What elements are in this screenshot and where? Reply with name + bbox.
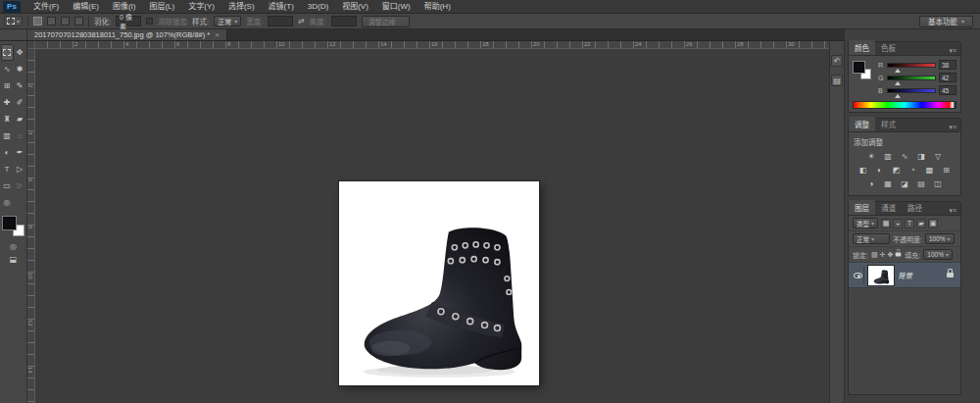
curves-icon[interactable]: ∿ [898, 150, 911, 162]
channel-value[interactable]: 42 [939, 73, 956, 82]
swap-dimensions-icon[interactable]: ⇄ [298, 17, 304, 25]
channel-mixer-icon[interactable]: ▩ [923, 164, 937, 176]
screen-mode-icon[interactable]: ⬓ [10, 255, 18, 264]
channel-slider[interactable] [887, 88, 936, 93]
hue-saturation-icon[interactable]: ◧ [857, 164, 870, 176]
eraser-tool[interactable]: ▰ [14, 111, 26, 127]
menu-item-window[interactable]: 窗口(W) [375, 0, 417, 14]
black-white-icon[interactable]: ◩ [890, 164, 904, 176]
layer-row-background[interactable]: 背景 [849, 263, 960, 288]
antialias-checkbox[interactable] [146, 18, 153, 25]
brightness-contrast-icon[interactable]: ☀ [864, 150, 878, 162]
tab-adjustments[interactable]: 调整 [849, 117, 875, 131]
channel-slider[interactable] [887, 76, 936, 80]
dodge-tool[interactable]: ◐ [1, 144, 14, 161]
slider-thumb-icon[interactable] [895, 69, 901, 73]
color-lookup-icon[interactable]: ⊞ [940, 164, 954, 176]
shape-filter-icon[interactable]: ▰ [916, 219, 926, 228]
feather-input[interactable]: 0 像素 [116, 16, 141, 26]
selection-new-button[interactable] [33, 17, 42, 25]
properties-panel-icon[interactable]: ▤ [831, 75, 843, 86]
lock-pixels-icon[interactable]: ✛ [880, 251, 886, 259]
slider-thumb-icon[interactable] [895, 94, 901, 98]
adjustment-filter-icon[interactable]: ◒ [893, 219, 903, 228]
opacity-dropdown[interactable]: 100%▾ [925, 233, 955, 244]
brush-tool[interactable]: ✐ [14, 94, 26, 111]
menu-item-select[interactable]: 选择(S) [221, 0, 262, 14]
rectangular-marquee-tool[interactable] [1, 44, 14, 61]
spot-healing-brush-tool[interactable]: ✚ [1, 94, 14, 111]
fill-dropdown[interactable]: 100%▾ [923, 249, 953, 260]
history-panel-icon[interactable]: ↶ [831, 55, 843, 67]
menu-item-type[interactable]: 文字(Y) [181, 0, 221, 14]
selection-add-button[interactable] [47, 17, 56, 25]
posterize-icon[interactable]: ▦ [881, 177, 895, 189]
threshold-icon[interactable]: ◪ [898, 177, 911, 189]
layer-thumbnail[interactable] [868, 266, 894, 285]
photo-filter-icon[interactable]: ◔ [906, 164, 920, 176]
lock-position-icon[interactable]: ✥ [887, 251, 893, 259]
levels-icon[interactable]: ▥ [881, 150, 895, 162]
blur-tool[interactable]: ◌ [14, 127, 26, 144]
refine-edge-button[interactable]: 调整边缘… [362, 16, 410, 27]
menu-item-file[interactable]: 文件(F) [26, 0, 66, 14]
color-spectrum-ramp[interactable] [853, 101, 956, 109]
color-balance-icon[interactable]: ◐ [873, 164, 887, 176]
smart-object-filter-icon[interactable]: ▣ [928, 219, 938, 228]
gradient-map-icon[interactable]: ▤ [914, 177, 928, 189]
gradient-tool[interactable]: ▥ [1, 127, 14, 144]
zoom-tool[interactable]: ◎ [1, 194, 14, 211]
visibility-toggle[interactable] [853, 267, 864, 284]
tab-swatches[interactable]: 色板 [875, 40, 902, 55]
magic-wand-tool[interactable]: ✱ [14, 61, 26, 77]
menu-item-layer[interactable]: 图层(L) [142, 0, 181, 14]
lock-transparent-icon[interactable]: ▨ [871, 251, 878, 259]
tab-color[interactable]: 颜色 [849, 40, 875, 55]
menu-item-3d[interactable]: 3D(D) [301, 0, 335, 14]
style-dropdown[interactable]: 正常▾ [214, 16, 241, 26]
selection-intersect-button[interactable] [74, 17, 83, 25]
channel-value[interactable]: 45 [939, 85, 956, 95]
lock-all-icon[interactable] [896, 253, 902, 257]
tab-channels[interactable]: 通道 [875, 200, 902, 215]
lasso-tool[interactable]: ∿ [1, 61, 14, 77]
foreground-color-swatch[interactable] [854, 62, 864, 73]
workspace-switcher-button[interactable]: 基本功能▾ [919, 16, 973, 27]
tab-styles[interactable]: 样式 [875, 117, 902, 131]
menu-item-view[interactable]: 视图(V) [335, 0, 375, 14]
menu-item-filter[interactable]: 滤镜(T) [262, 0, 301, 14]
crop-tool[interactable]: ⊞ [1, 77, 14, 94]
pen-tool[interactable]: ✒ [14, 144, 26, 161]
blend-mode-dropdown[interactable]: 正常▾ [853, 233, 890, 244]
clone-stamp-tool[interactable]: ♜ [1, 111, 14, 127]
channel-value[interactable]: 38 [939, 60, 956, 70]
menu-item-edit[interactable]: 编辑(E) [66, 0, 106, 14]
document-tab[interactable]: 20170707012803818011_750.jpg @ 107%(RGB/… [27, 29, 227, 40]
path-selection-tool[interactable]: ▷ [14, 161, 26, 177]
vibrance-icon[interactable]: ▽ [931, 150, 945, 162]
panel-menu-icon[interactable]: ▾≡ [945, 47, 960, 55]
canvas[interactable]: 24681012141618202224262830 2468101214 [27, 41, 829, 403]
exposure-icon[interactable]: ◨ [914, 150, 928, 162]
pixel-filter-icon[interactable]: ▦ [881, 219, 891, 228]
rectangle-tool[interactable]: ▭ [1, 177, 14, 194]
selection-subtract-button[interactable] [61, 17, 70, 25]
tab-paths[interactable]: 路径 [902, 200, 928, 215]
height-input[interactable] [331, 16, 357, 26]
layer-filter-kind-dropdown[interactable]: 类型▾ [853, 218, 878, 228]
panel-menu-icon[interactable]: ▾≡ [945, 207, 960, 215]
quick-mask-icon[interactable]: ◎ [10, 242, 17, 251]
channel-slider[interactable] [887, 63, 936, 68]
open-document-image[interactable] [339, 181, 539, 385]
tab-layers[interactable]: 图层 [849, 200, 875, 215]
width-input[interactable] [268, 16, 293, 26]
foreground-color-swatch[interactable] [3, 217, 16, 229]
selective-color-icon[interactable]: ◫ [931, 177, 945, 189]
horizontal-type-tool[interactable]: T [1, 161, 14, 177]
type-filter-icon[interactable]: T [905, 219, 914, 228]
close-icon[interactable]: × [215, 30, 220, 39]
slider-thumb-icon[interactable] [895, 81, 901, 85]
panel-menu-icon[interactable]: ▾≡ [945, 124, 960, 131]
eyedropper-tool[interactable]: ✎ [14, 77, 26, 94]
tool-preset-picker[interactable]: ▾ [4, 16, 23, 26]
